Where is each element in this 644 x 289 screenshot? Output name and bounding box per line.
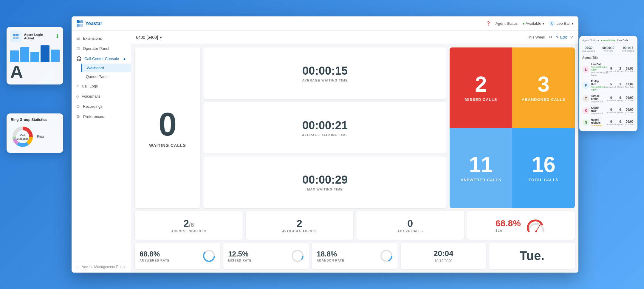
voicemails-icon: ⌾ (76, 94, 79, 99)
help-icon: ❓ (486, 21, 491, 26)
sidebar-item-queuepanel[interactable]: Queue Panel (81, 72, 131, 81)
answered-rate-label: ANSWERED RATE (140, 259, 170, 262)
callcenter-icon: 🎧 (76, 56, 81, 61)
available-agents-label: AVAILABLE AGENTS (282, 230, 317, 233)
avg-wait-card: 00:00:15 AVERAGE WAITING TIME (203, 47, 447, 99)
answered-calls-label: ANSWERED CALLS (461, 178, 501, 182)
topbar-right: ❓ Agent Status ● Available ▾ L Leo Ball … (486, 21, 574, 27)
datetime-card: 20:04 10/13/2020 (401, 243, 486, 269)
ring-stats-title: Ring Group Statistics (11, 118, 59, 122)
agent-name-4: Kristin Hale (591, 106, 605, 112)
sidebar-item-callcenter[interactable]: 🎧 Call Center Console ▲ (72, 53, 131, 64)
edit-icon: ✎ (556, 35, 559, 39)
avg-talk-label: AVERAGE TALKING TIME (302, 133, 348, 137)
sidebar-label-preferences: Preferences (83, 114, 104, 119)
sidebar-label-callcenter: Call Center Console (84, 56, 119, 61)
agent-status-4: Logged out (591, 112, 605, 115)
total-calls-tile: 16 TOTAL CALLS (512, 128, 575, 208)
available-selector[interactable]: ● Available ▾ (522, 21, 544, 26)
agent-avatar-3: T (582, 95, 589, 102)
waiting-calls-card: 0 WAITING CALLS (135, 47, 200, 208)
operator-icon: ⊡ (76, 46, 80, 51)
agents-logged-card: 2/6 AGENTS LOGGED IN (135, 211, 243, 240)
active-calls-label: ACTIVE CALLS (397, 230, 423, 233)
agent-status-3: Logged out (591, 100, 605, 103)
logo: Yeastar (76, 20, 102, 27)
sidebar-item-wallboard[interactable]: Wallboard (81, 64, 131, 72)
sidebar-item-preferences[interactable]: ⚙ Preferences (72, 111, 131, 122)
row2: 2/6 AGENTS LOGGED IN 2 AVAILABLE AGENTS … (135, 211, 575, 240)
sidebar-item-operator[interactable]: ⊡ Operator Panel (72, 43, 131, 53)
svg-text:Call: Call (20, 134, 25, 137)
agent-status-selector[interactable]: Agent Status (496, 21, 518, 26)
agent-missed-1: 2 Missed (617, 67, 623, 72)
sidebar: ⊞ Extensions ⊡ Operator Panel 🎧 Call Cen… (72, 31, 131, 273)
agent-list-mini: L Leo Ball Normal/Ringing Agent Internal… (582, 61, 634, 128)
user-mini: Leo Ball▾ (617, 39, 628, 42)
edit-button[interactable]: ✎ Edit (556, 35, 567, 39)
max-wait-value: 00:00:29 (302, 173, 348, 186)
sidebar-item-extensions[interactable]: ⊞ Extensions (72, 33, 131, 43)
agents-header-mini: Agent (2/6) (582, 56, 634, 59)
missed-rate-card: 12.5% MISSED RATE (223, 243, 309, 269)
svg-rect-3 (16, 37, 18, 39)
extensions-icon: ⊞ (76, 36, 80, 41)
agent-avatar-5: N (582, 119, 589, 126)
sidebar-item-voicemails[interactable]: ⌾ Voicemails (72, 91, 131, 101)
row3: 68.8% ANSWERED RATE 12.5% MISSED RATE (135, 243, 575, 269)
recordings-icon: ⊙ (76, 104, 80, 109)
sidebar-label-operator: Operator Panel (83, 46, 109, 51)
answered-rate-circle (202, 249, 216, 262)
user-avatar: L (549, 21, 555, 27)
time-stats: 00:00:15 AVERAGE WAITING TIME 00:00:21 A… (203, 47, 447, 208)
colored-tiles: 2 MISSED CALLS 3 ABANDONED CALLS 11 ANSW… (450, 47, 575, 208)
refresh-icon[interactable]: ↻ (549, 35, 552, 39)
preferences-icon: ⚙ (76, 114, 80, 119)
missed-rate-circle (291, 249, 304, 262)
abandon-rate-info: 18.8% ABANDON RATE (317, 250, 344, 262)
agent-stats-4: 0Answered 0Missed 00:00Total Talks (606, 108, 634, 113)
avg-talk-value: 00:00:21 (302, 119, 348, 132)
agent-row-2: P Phillip Huff Normal/Ringing Agent 5Ans… (582, 78, 634, 93)
user-menu[interactable]: L Leo Ball ▾ (549, 21, 574, 27)
expand-icon[interactable]: ⤢ (570, 35, 574, 39)
edit-label: Edit (560, 35, 567, 39)
agent-stats-1: 8 Answered 2 Missed 65:03 Total Talks (606, 67, 634, 72)
left-login-widget: Agent Login Activit ⬇ A (7, 27, 63, 84)
ring-stats-widget: Ring Group Statistics Call Statistics Ri… (7, 113, 63, 153)
period-label: This Week (527, 35, 545, 39)
missed-calls-number: 2 (475, 73, 487, 95)
day-value: Tue. (520, 249, 544, 263)
agent-status-5: Idle Agent (591, 124, 605, 127)
agent-stats-5: 0Answered 0Missed 00:00Total Talks (606, 120, 634, 125)
missed-rate-info: 12.5% MISSED RATE (228, 250, 252, 262)
dropdown-chevron-icon: ▾ (160, 35, 162, 40)
agent-info-5: Naomi Nichols Idle Agent (591, 118, 605, 127)
sidebar-sub: Wallboard Queue Panel (72, 64, 131, 81)
abandon-rate-label: ABANDON RATE (317, 259, 344, 262)
sidebar-item-recordings[interactable]: ⊙ Recordings (72, 101, 131, 111)
abandoned-calls-tile: 3 ABANDONED CALLS (512, 47, 575, 128)
available-mini: ● Available▾ (601, 39, 616, 42)
available-agents-card: 2 AVAILABLE AGENTS (246, 211, 354, 240)
period-row: 00:30 Avg Waiting 00:00:10 Avg Talk 00:1… (582, 46, 634, 54)
row1: 0 WAITING CALLS 00:00:15 AVERAGE WAITING… (135, 47, 575, 208)
missed-calls-tile: 2 MISSED CALLS (450, 47, 512, 128)
agent-stats-2: 5Answered 1Missed 67:09Total Talks (606, 83, 634, 88)
big-letter: A (10, 63, 60, 81)
sla-value: 68.8% (496, 219, 521, 228)
agent-row-3: T Tarnell Smith Logged out 0Answered 0Mi… (582, 93, 634, 105)
yeastar-logo-icon (76, 20, 83, 27)
available-agents-value: 2 (297, 218, 302, 228)
sidebar-item-calllogs[interactable]: ≡ Call Logs (72, 81, 131, 91)
sidebar-footer[interactable]: ⊡ Access Management Portal (72, 261, 131, 273)
queue-selector[interactable]: 6400 [6400] ▾ (136, 35, 162, 40)
waiting-calls-label: WAITING CALLS (149, 143, 186, 148)
answered-rate-card: 68.8% ANSWERED RATE (135, 243, 220, 269)
svg-rect-1 (16, 34, 18, 36)
agent-info-1: Leo Ball Normal/Ringing Agent Internal/R… (591, 63, 605, 76)
footer-icon: ⊡ (76, 265, 79, 269)
abandon-rate-card: 18.8% ABANDON RATE (312, 243, 397, 269)
svg-rect-14 (77, 24, 80, 27)
max-wait-label: MAX WAITING TIME (307, 187, 343, 191)
